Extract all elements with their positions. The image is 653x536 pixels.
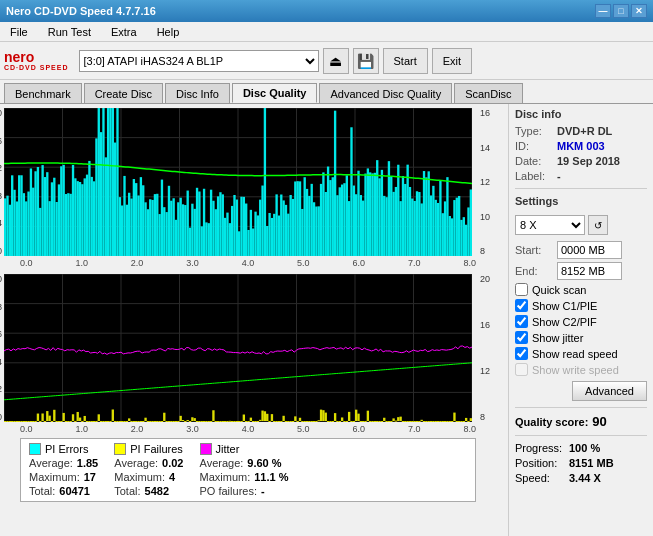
divider-1 [515, 188, 647, 189]
quick-scan-checkbox[interactable] [515, 283, 528, 296]
legend-jitter: Jitter Average: 9.60 % Maximum: 11.1 % P… [200, 443, 289, 497]
quality-score-row: Quality score: 90 [515, 414, 647, 429]
menu-file[interactable]: File [4, 24, 34, 40]
toolbar: nero CD·DVD SPEED [3:0] ATAPI iHAS324 A … [0, 42, 653, 80]
nero-logo: nero CD·DVD SPEED [4, 50, 69, 71]
show-jitter-checkbox[interactable] [515, 331, 528, 344]
tab-create-disc[interactable]: Create Disc [84, 83, 163, 103]
start-input[interactable] [557, 241, 622, 259]
settings-header: Settings [515, 195, 647, 207]
divider-2 [515, 407, 647, 408]
progress-row: Progress: 100 % [515, 442, 647, 454]
speed-dropdown[interactable]: 8 X [515, 215, 585, 235]
tab-scan-disc[interactable]: ScanDisc [454, 83, 522, 103]
show-jitter-row: Show jitter [515, 331, 647, 344]
title-bar: Nero CD-DVD Speed 4.7.7.16 — □ ✕ [0, 0, 653, 22]
bottom-chart-wrapper: 10 8 6 4 2 0 20 16 12 8 [4, 274, 476, 422]
advanced-button[interactable]: Advanced [572, 381, 647, 401]
quick-scan-label: Quick scan [532, 284, 586, 296]
show-c2pif-checkbox[interactable] [515, 315, 528, 328]
drive-dropdown[interactable]: [3:0] ATAPI iHAS324 A BL1P [79, 50, 319, 72]
top-chart-wrapper: 20 16 12 8 4 0 16 14 12 10 8 [4, 108, 476, 256]
bottom-chart-canvas [4, 274, 472, 422]
quality-score-value: 90 [592, 414, 606, 429]
position-row: Position: 8151 MB [515, 457, 647, 469]
speed-refresh-button[interactable]: ↺ [588, 215, 608, 235]
show-write-speed-label: Show write speed [532, 364, 619, 376]
show-read-speed-checkbox[interactable] [515, 347, 528, 360]
save-button[interactable]: 💾 [353, 48, 379, 74]
end-row: End: [515, 262, 647, 280]
disc-info-type-row: Type: DVD+R DL [515, 125, 647, 137]
quality-score-label: Quality score: [515, 416, 588, 428]
legend-pi-failures: PI Failures Average: 0.02 Maximum: 4 Tot… [114, 443, 183, 497]
main-content: 20 16 12 8 4 0 16 14 12 10 8 0.0 1.0 2.0… [0, 104, 653, 536]
chart-area: 20 16 12 8 4 0 16 14 12 10 8 0.0 1.0 2.0… [0, 104, 508, 536]
tab-bar: Benchmark Create Disc Disc Info Disc Qua… [0, 80, 653, 104]
end-input[interactable] [557, 262, 622, 280]
disc-info-header: Disc info [515, 108, 647, 120]
menu-run-test[interactable]: Run Test [42, 24, 97, 40]
maximize-button[interactable]: □ [613, 4, 629, 18]
menu-bar: File Run Test Extra Help [0, 22, 653, 42]
menu-help[interactable]: Help [151, 24, 186, 40]
pi-errors-label: PI Errors [45, 443, 88, 455]
show-c2pif-row: Show C2/PIF [515, 315, 647, 328]
close-button[interactable]: ✕ [631, 4, 647, 18]
exit-button[interactable]: Exit [432, 48, 472, 74]
speed-row: Speed: 3.44 X [515, 472, 647, 484]
start-button[interactable]: Start [383, 48, 428, 74]
window-controls: — □ ✕ [595, 4, 647, 18]
disc-info-date-row: Date: 19 Sep 2018 [515, 155, 647, 167]
bottom-chart-y-left: 10 8 6 4 2 0 [0, 274, 2, 422]
bottom-chart-x-axis: 0.0 1.0 2.0 3.0 4.0 5.0 6.0 7.0 8.0 [20, 424, 476, 434]
pi-failures-label: PI Failures [130, 443, 183, 455]
top-chart-x-axis: 0.0 1.0 2.0 3.0 4.0 5.0 6.0 7.0 8.0 [20, 258, 476, 268]
right-panel: Disc info Type: DVD+R DL ID: MKM 003 Dat… [508, 104, 653, 536]
start-row: Start: [515, 241, 647, 259]
bottom-chart-y-right: 20 16 12 8 [480, 274, 502, 422]
pi-errors-color-box [29, 443, 41, 455]
show-read-speed-row: Show read speed [515, 347, 647, 360]
show-c1pie-row: Show C1/PIE [515, 299, 647, 312]
show-c1pie-checkbox[interactable] [515, 299, 528, 312]
divider-3 [515, 435, 647, 436]
show-c2pif-label: Show C2/PIF [532, 316, 597, 328]
show-jitter-label: Show jitter [532, 332, 583, 344]
eject-button[interactable]: ⏏ [323, 48, 349, 74]
tab-benchmark[interactable]: Benchmark [4, 83, 82, 103]
top-chart-y-left: 20 16 12 8 4 0 [0, 108, 2, 256]
tab-disc-info[interactable]: Disc Info [165, 83, 230, 103]
legend-area: PI Errors Average: 1.85 Maximum: 17 Tota… [20, 438, 476, 502]
disc-info-label-row: Label: - [515, 170, 647, 182]
pi-failures-color-box [114, 443, 126, 455]
tab-advanced-disc-quality[interactable]: Advanced Disc Quality [319, 83, 452, 103]
minimize-button[interactable]: — [595, 4, 611, 18]
top-chart-y-right: 16 14 12 10 8 [480, 108, 502, 256]
show-c1pie-label: Show C1/PIE [532, 300, 597, 312]
speed-settings-row: 8 X ↺ [515, 215, 647, 235]
show-read-speed-label: Show read speed [532, 348, 618, 360]
tab-disc-quality[interactable]: Disc Quality [232, 83, 318, 103]
window-title: Nero CD-DVD Speed 4.7.7.16 [6, 5, 156, 17]
top-chart-canvas [4, 108, 472, 256]
legend-pi-errors: PI Errors Average: 1.85 Maximum: 17 Tota… [29, 443, 98, 497]
jitter-label: Jitter [216, 443, 240, 455]
show-write-speed-row: Show write speed [515, 363, 647, 376]
show-write-speed-checkbox[interactable] [515, 363, 528, 376]
quick-scan-row: Quick scan [515, 283, 647, 296]
menu-extra[interactable]: Extra [105, 24, 143, 40]
jitter-color-box [200, 443, 212, 455]
disc-info-id-row: ID: MKM 003 [515, 140, 647, 152]
